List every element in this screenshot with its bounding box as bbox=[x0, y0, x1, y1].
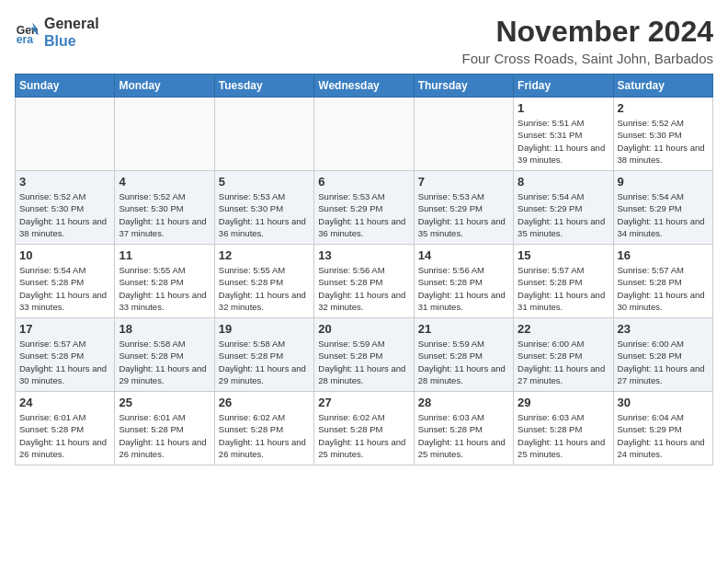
calendar-day-cell bbox=[314, 98, 414, 171]
calendar-day-cell bbox=[414, 98, 513, 171]
calendar-day-cell bbox=[214, 98, 313, 171]
day-number: 25 bbox=[119, 396, 210, 409]
day-info: Sunrise: 5:58 AM Sunset: 5:28 PM Dayligh… bbox=[219, 338, 310, 386]
day-info: Sunrise: 5:54 AM Sunset: 5:29 PM Dayligh… bbox=[618, 190, 709, 239]
calendar-day-cell: 21Sunrise: 5:59 AM Sunset: 5:28 PM Dayli… bbox=[414, 318, 513, 392]
day-number: 4 bbox=[119, 175, 210, 189]
day-info: Sunrise: 6:01 AM Sunset: 5:28 PM Dayligh… bbox=[119, 411, 210, 460]
day-number: 22 bbox=[518, 322, 609, 336]
day-info: Sunrise: 5:53 AM Sunset: 5:29 PM Dayligh… bbox=[418, 190, 509, 239]
day-number: 26 bbox=[219, 396, 310, 409]
calendar-day-cell: 15Sunrise: 5:57 AM Sunset: 5:28 PM Dayli… bbox=[514, 245, 613, 318]
day-number: 14 bbox=[418, 248, 509, 262]
day-number: 19 bbox=[219, 322, 310, 336]
calendar-day-cell: 27Sunrise: 6:02 AM Sunset: 5:28 PM Dayli… bbox=[314, 392, 414, 465]
calendar-day-cell: 23Sunrise: 6:00 AM Sunset: 5:28 PM Dayli… bbox=[613, 318, 712, 392]
day-number: 12 bbox=[219, 248, 310, 262]
calendar-day-cell: 22Sunrise: 6:00 AM Sunset: 5:28 PM Dayli… bbox=[514, 318, 613, 392]
day-info: Sunrise: 5:54 AM Sunset: 5:28 PM Dayligh… bbox=[19, 264, 110, 313]
day-number: 13 bbox=[318, 248, 409, 262]
day-number: 20 bbox=[318, 322, 409, 336]
calendar-week-row: 10Sunrise: 5:54 AM Sunset: 5:28 PM Dayli… bbox=[16, 245, 713, 318]
day-number: 29 bbox=[518, 396, 609, 409]
weekday-header: Tuesday bbox=[214, 75, 313, 98]
calendar-day-cell: 1Sunrise: 5:51 AM Sunset: 5:31 PM Daylig… bbox=[514, 98, 613, 171]
day-info: Sunrise: 5:59 AM Sunset: 5:28 PM Dayligh… bbox=[318, 338, 409, 386]
calendar-day-cell: 29Sunrise: 6:03 AM Sunset: 5:28 PM Dayli… bbox=[514, 392, 613, 465]
calendar-day-cell: 28Sunrise: 6:03 AM Sunset: 5:28 PM Dayli… bbox=[414, 392, 513, 465]
day-info: Sunrise: 5:54 AM Sunset: 5:29 PM Dayligh… bbox=[518, 190, 609, 239]
day-number: 17 bbox=[19, 322, 110, 336]
day-number: 7 bbox=[418, 175, 509, 189]
calendar-day-cell: 25Sunrise: 6:01 AM Sunset: 5:28 PM Dayli… bbox=[115, 392, 214, 465]
day-info: Sunrise: 5:52 AM Sunset: 5:30 PM Dayligh… bbox=[119, 190, 210, 239]
logo: Gen era General Blue bbox=[15, 15, 99, 50]
svg-text:era: era bbox=[17, 33, 34, 45]
calendar-day-cell: 18Sunrise: 5:58 AM Sunset: 5:28 PM Dayli… bbox=[115, 318, 214, 392]
calendar-day-cell: 10Sunrise: 5:54 AM Sunset: 5:28 PM Dayli… bbox=[16, 245, 115, 318]
day-info: Sunrise: 5:57 AM Sunset: 5:28 PM Dayligh… bbox=[618, 264, 709, 313]
calendar-day-cell: 6Sunrise: 5:53 AM Sunset: 5:29 PM Daylig… bbox=[314, 171, 414, 245]
calendar-day-cell: 7Sunrise: 5:53 AM Sunset: 5:29 PM Daylig… bbox=[414, 171, 513, 245]
title-area: November 2024 Four Cross Roads, Saint Jo… bbox=[462, 15, 713, 66]
day-number: 5 bbox=[219, 175, 310, 189]
calendar-week-row: 17Sunrise: 5:57 AM Sunset: 5:28 PM Dayli… bbox=[16, 318, 713, 392]
day-info: Sunrise: 5:59 AM Sunset: 5:28 PM Dayligh… bbox=[418, 338, 509, 386]
calendar-table: SundayMondayTuesdayWednesdayThursdayFrid… bbox=[15, 74, 713, 465]
day-number: 16 bbox=[618, 248, 709, 262]
calendar-day-cell: 17Sunrise: 5:57 AM Sunset: 5:28 PM Dayli… bbox=[16, 318, 115, 392]
calendar-day-cell: 4Sunrise: 5:52 AM Sunset: 5:30 PM Daylig… bbox=[115, 171, 214, 245]
calendar-day-cell: 11Sunrise: 5:55 AM Sunset: 5:28 PM Dayli… bbox=[115, 245, 214, 318]
day-info: Sunrise: 5:53 AM Sunset: 5:30 PM Dayligh… bbox=[219, 190, 310, 239]
day-info: Sunrise: 5:53 AM Sunset: 5:29 PM Dayligh… bbox=[318, 190, 409, 239]
calendar-day-cell: 13Sunrise: 5:56 AM Sunset: 5:28 PM Dayli… bbox=[314, 245, 414, 318]
day-number: 10 bbox=[19, 248, 110, 262]
calendar-week-row: 1Sunrise: 5:51 AM Sunset: 5:31 PM Daylig… bbox=[16, 98, 713, 171]
day-info: Sunrise: 5:55 AM Sunset: 5:28 PM Dayligh… bbox=[219, 264, 310, 313]
day-info: Sunrise: 6:04 AM Sunset: 5:29 PM Dayligh… bbox=[618, 411, 709, 460]
day-number: 21 bbox=[418, 322, 509, 336]
day-number: 30 bbox=[618, 396, 709, 409]
logo-blue: Blue bbox=[44, 32, 99, 50]
calendar-day-cell: 24Sunrise: 6:01 AM Sunset: 5:28 PM Dayli… bbox=[16, 392, 115, 465]
weekday-header: Wednesday bbox=[314, 75, 414, 98]
day-info: Sunrise: 6:03 AM Sunset: 5:28 PM Dayligh… bbox=[418, 411, 509, 460]
logo-icon: Gen era bbox=[15, 19, 40, 45]
calendar-day-cell: 30Sunrise: 6:04 AM Sunset: 5:29 PM Dayli… bbox=[613, 392, 712, 465]
day-info: Sunrise: 6:02 AM Sunset: 5:28 PM Dayligh… bbox=[318, 411, 409, 460]
calendar-day-cell: 5Sunrise: 5:53 AM Sunset: 5:30 PM Daylig… bbox=[214, 171, 313, 245]
day-info: Sunrise: 6:00 AM Sunset: 5:28 PM Dayligh… bbox=[618, 338, 709, 386]
day-number: 1 bbox=[518, 101, 609, 115]
calendar-day-cell: 20Sunrise: 5:59 AM Sunset: 5:28 PM Dayli… bbox=[314, 318, 414, 392]
day-number: 2 bbox=[618, 101, 709, 115]
calendar-day-cell: 3Sunrise: 5:52 AM Sunset: 5:30 PM Daylig… bbox=[16, 171, 115, 245]
page-header: Gen era General Blue November 2024 Four … bbox=[15, 15, 713, 66]
day-number: 27 bbox=[318, 396, 409, 409]
calendar-day-cell bbox=[115, 98, 214, 171]
calendar-day-cell: 8Sunrise: 5:54 AM Sunset: 5:29 PM Daylig… bbox=[514, 171, 613, 245]
day-number: 15 bbox=[518, 248, 609, 262]
day-info: Sunrise: 6:02 AM Sunset: 5:28 PM Dayligh… bbox=[219, 411, 310, 460]
weekday-header: Thursday bbox=[414, 75, 513, 98]
calendar-day-cell: 9Sunrise: 5:54 AM Sunset: 5:29 PM Daylig… bbox=[613, 171, 712, 245]
day-info: Sunrise: 6:03 AM Sunset: 5:28 PM Dayligh… bbox=[518, 411, 609, 460]
day-number: 11 bbox=[119, 248, 210, 262]
day-info: Sunrise: 5:57 AM Sunset: 5:28 PM Dayligh… bbox=[19, 338, 110, 386]
day-number: 6 bbox=[318, 175, 409, 189]
day-info: Sunrise: 6:00 AM Sunset: 5:28 PM Dayligh… bbox=[518, 338, 609, 386]
day-info: Sunrise: 5:52 AM Sunset: 5:30 PM Dayligh… bbox=[19, 190, 110, 239]
calendar-day-cell: 12Sunrise: 5:55 AM Sunset: 5:28 PM Dayli… bbox=[214, 245, 313, 318]
day-number: 23 bbox=[618, 322, 709, 336]
calendar-day-cell: 16Sunrise: 5:57 AM Sunset: 5:28 PM Dayli… bbox=[613, 245, 712, 318]
day-info: Sunrise: 5:56 AM Sunset: 5:28 PM Dayligh… bbox=[318, 264, 409, 313]
day-number: 3 bbox=[19, 175, 110, 189]
day-info: Sunrise: 5:51 AM Sunset: 5:31 PM Dayligh… bbox=[518, 117, 609, 166]
calendar-week-row: 24Sunrise: 6:01 AM Sunset: 5:28 PM Dayli… bbox=[16, 392, 713, 465]
calendar-day-cell bbox=[16, 98, 115, 171]
day-number: 9 bbox=[618, 175, 709, 189]
day-number: 18 bbox=[119, 322, 210, 336]
calendar-header-row: SundayMondayTuesdayWednesdayThursdayFrid… bbox=[16, 75, 713, 98]
calendar-day-cell: 26Sunrise: 6:02 AM Sunset: 5:28 PM Dayli… bbox=[214, 392, 313, 465]
day-info: Sunrise: 5:52 AM Sunset: 5:30 PM Dayligh… bbox=[618, 117, 709, 166]
weekday-header: Monday bbox=[115, 75, 214, 98]
